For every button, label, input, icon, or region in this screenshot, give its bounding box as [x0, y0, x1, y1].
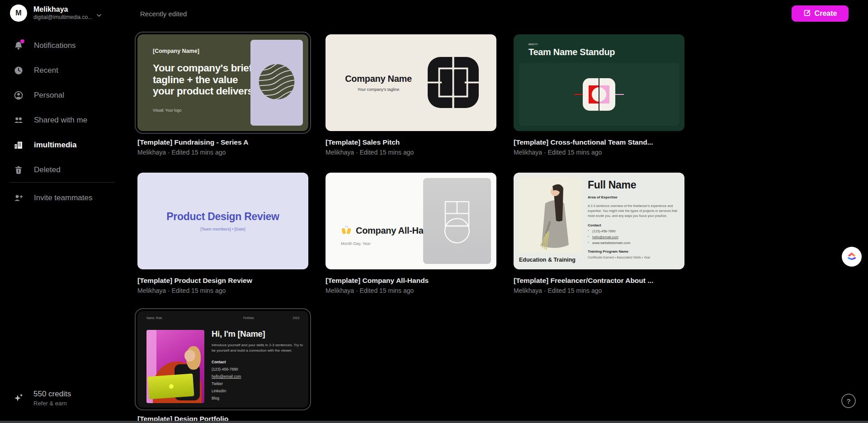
geometric-logo: [428, 57, 479, 108]
edit-square-icon: [803, 9, 811, 19]
card-byline: Melikhaya · Edited 15 mins ago: [326, 149, 496, 156]
thumb-heading: Product Design Review: [166, 211, 279, 223]
thumb-date: Month Day, Year: [341, 241, 371, 246]
card-byline: Melikhaya · Edited 15 mins ago: [137, 149, 308, 156]
apple-logo: [169, 384, 174, 389]
clickup-logo-icon: [846, 250, 858, 263]
card-thumbnail[interactable]: Education & Training Full Name Area of E…: [514, 173, 684, 269]
avatar[interactable]: M: [10, 5, 27, 22]
horizontal-scrollbar[interactable]: [0, 421, 868, 423]
sidebar-item-label: Recent: [34, 66, 58, 75]
card-thumbnail[interactable]: [Company Name] Your company's brief tagl…: [137, 34, 308, 131]
portfolio-photo: [146, 330, 204, 403]
wavy-circle-logo: [258, 63, 295, 102]
sidebar-item-recent[interactable]: Recent: [0, 58, 118, 83]
sidebar-divider: [10, 182, 115, 183]
thumb-full-name: Full Name: [588, 179, 678, 191]
person-plus-icon: [14, 193, 24, 203]
laptop: [147, 374, 194, 400]
sidebar-item-deleted[interactable]: Deleted: [0, 157, 118, 182]
contact-phone: (123)-456-7890: [212, 367, 303, 371]
card-byline: Melikhaya · Edited 15 mins ago: [514, 149, 684, 156]
card-byline: Melikhaya · Edited 15 mins ago: [326, 287, 496, 294]
thumb-heading: Team Name Standup: [528, 47, 615, 57]
card-title: [Template] Fundraising - Series A: [137, 138, 308, 146]
contact-email: hello@email.com: [588, 235, 678, 239]
card-fundraising-series-a[interactable]: [Company Name] Your company's brief tagl…: [137, 34, 308, 173]
thumb-contact-heading: Contact: [212, 360, 303, 364]
refer-earn-link[interactable]: Refer & earn: [33, 400, 71, 407]
sidebar-item-label: Notifications: [34, 41, 76, 50]
link-blog: Blog: [212, 396, 303, 400]
help-question-mark: ?: [846, 397, 850, 405]
section-title: Recently edited: [140, 10, 187, 18]
pink-line: [615, 94, 624, 95]
user-email: digital@imultimedia.co...: [33, 14, 92, 21]
sidebar-nav: Notifications Recent Personal Shared wit…: [0, 33, 118, 182]
red-line: [574, 94, 583, 95]
credits-widget[interactable]: 550 credits Refer & earn: [0, 390, 71, 407]
card-sales-pitch[interactable]: Company Name Your company's tagline [Tem…: [326, 34, 496, 173]
sidebar-item-notifications[interactable]: Notifications: [0, 33, 118, 58]
thumb-logo-panel: [250, 40, 303, 126]
clickup-widget-button[interactable]: [842, 247, 862, 267]
raised-hands-icon: [341, 225, 352, 236]
sidebar-item-label: Personal: [34, 91, 64, 100]
clock-icon: [14, 66, 24, 75]
outline-shape-logo: [428, 182, 486, 260]
invite-teammates-button[interactable]: Invite teammates: [0, 185, 118, 210]
thumb-headline: Your company's brief tagline + the value…: [153, 62, 255, 97]
contact-email: hello@email.com: [212, 374, 303, 379]
sidebar: M Melikhaya digital@imultimedia.co... No…: [0, 0, 118, 423]
building-icon: [14, 140, 24, 150]
card-title: [Template] Sales Pitch: [326, 138, 496, 146]
thumb-year: 2023: [293, 316, 299, 320]
card-thumbnail[interactable]: Name, Role Portfolio 2023 Hi, I'm [Name]…: [137, 311, 308, 408]
create-button-label: Create: [815, 9, 837, 18]
help-button[interactable]: ?: [841, 394, 856, 408]
thumb-intro: Introduce yourself and your skills in 2-…: [212, 343, 303, 354]
thumb-panel: [423, 178, 491, 264]
person-circle-icon: [14, 90, 24, 100]
sparkles-icon: [13, 392, 24, 404]
notification-dot: [20, 39, 24, 43]
card-freelancer-about[interactable]: Education & Training Full Name Area of E…: [514, 173, 684, 311]
contact-website: www.websitedomain.com: [588, 241, 678, 245]
workspace-switcher[interactable]: M Melikhaya digital@imultimedia.co...: [10, 5, 101, 22]
sidebar-item-imultimedia[interactable]: imultimedia: [0, 132, 118, 157]
recently-edited-grid: [Company Name] Your company's brief tagl…: [137, 34, 684, 423]
thumb-name-role: Name, Role: [146, 316, 162, 320]
invite-teammates-label: Invite teammates: [34, 193, 92, 202]
sidebar-item-label: Shared with me: [34, 116, 87, 125]
link-twitter: Twitter: [212, 381, 303, 386]
card-title: [Template] Cross-functional Team Stand..…: [514, 138, 684, 146]
person-head: [184, 350, 195, 362]
card-thumbnail[interactable]: Company Name Your company's tagline: [326, 34, 496, 131]
thumb-visual-note: Visual: Your logo: [153, 108, 181, 113]
thumb-contact-heading: Contact: [588, 223, 678, 227]
trash-icon: [14, 165, 24, 175]
thumb-panel: [519, 63, 679, 126]
thumb-expertise: Area of Expertise: [588, 195, 678, 199]
thumb-subtitle: [Team members] • [Date]: [200, 227, 245, 231]
card-thumbnail[interactable]: M/D/YY Team Name Standup: [514, 34, 684, 131]
thumb-company-name: [Company Name]: [153, 48, 199, 54]
card-thumbnail[interactable]: Product Design Review [Team members] • […: [137, 173, 308, 269]
card-title: [Template] Freelancer/Contractor About .…: [514, 277, 684, 285]
card-thumbnail[interactable]: Company All-Hands Month Day, Year: [326, 173, 496, 269]
card-company-all-hands[interactable]: Company All-Hands Month Day, Year [Templ…: [326, 173, 496, 311]
training-heading: Training Program Name: [588, 249, 678, 254]
card-product-design-review[interactable]: Product Design Review [Team members] • […: [137, 173, 308, 311]
sidebar-item-label: imultimedia: [34, 141, 76, 150]
link-linkedin: LinkedIn: [212, 389, 303, 393]
people-icon: [14, 115, 24, 125]
bell-icon: [14, 41, 24, 51]
thumb-tagline: Your company's tagline: [338, 87, 419, 92]
card-team-standup[interactable]: M/D/YY Team Name Standup [Template] Cros…: [514, 34, 684, 173]
freelancer-photo: [518, 177, 582, 253]
thumb-company-name: Company Name: [338, 74, 419, 84]
card-design-portfolio[interactable]: Name, Role Portfolio 2023 Hi, I'm [Name]…: [137, 311, 308, 423]
create-button[interactable]: Create: [792, 5, 849, 22]
sidebar-item-personal[interactable]: Personal: [0, 83, 118, 108]
sidebar-item-shared-with-me[interactable]: Shared with me: [0, 108, 118, 132]
